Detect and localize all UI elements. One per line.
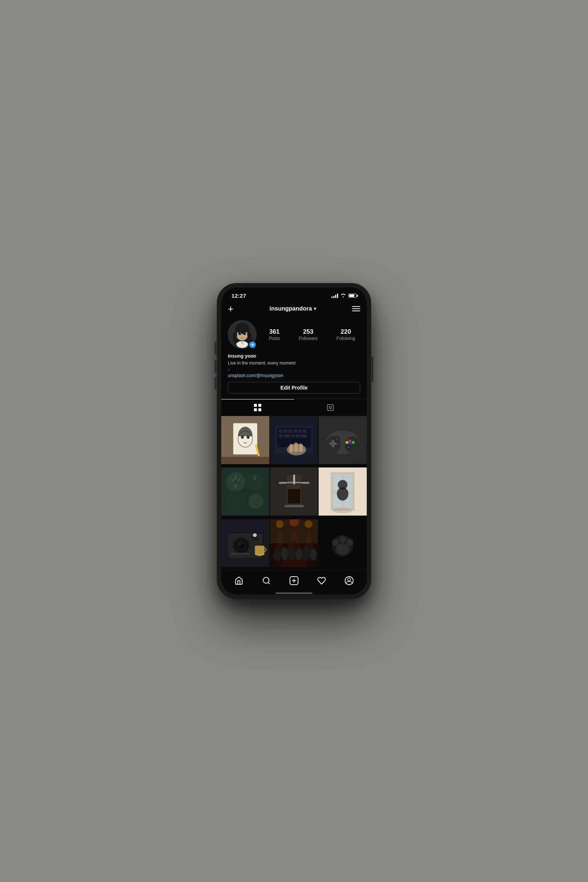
svg-rect-91: [231, 553, 250, 555]
username-text: insungpandora: [269, 305, 312, 312]
grid-icon: [254, 404, 262, 412]
svg-point-47: [348, 440, 351, 442]
grid-photo-6[interactable]: [319, 468, 367, 516]
grid-photo-3[interactable]: [319, 416, 367, 464]
svg-point-80: [333, 508, 352, 513]
svg-point-15: [329, 406, 332, 409]
svg-rect-26: [279, 430, 282, 433]
grid-photo-9[interactable]: [319, 519, 367, 567]
nav-home[interactable]: [231, 574, 246, 587]
svg-point-99: [273, 549, 281, 561]
svg-point-112: [346, 539, 353, 545]
followers-label: Followers: [299, 336, 318, 341]
profile-link[interactable]: unsplash.com/@insungyoon: [228, 373, 360, 378]
tab-tagged[interactable]: [294, 399, 367, 416]
following-label: Following: [337, 336, 356, 341]
heart-icon: [317, 576, 326, 585]
nav-add[interactable]: [286, 574, 302, 587]
status-icons: [332, 293, 357, 298]
grid-photo-7[interactable]: [221, 519, 269, 567]
svg-rect-35: [296, 434, 300, 438]
profile-bio: Live in the moment, every moment: [228, 360, 360, 366]
svg-rect-70: [285, 505, 303, 507]
svg-point-100: [281, 547, 288, 560]
photo-7-image: [221, 519, 269, 567]
svg-rect-29: [293, 430, 297, 433]
home-icon: [234, 576, 243, 585]
svg-point-104: [310, 549, 316, 560]
username-selector[interactable]: insungpandora ▾: [269, 305, 316, 312]
add-post-icon: [289, 576, 299, 585]
menu-icon: [352, 308, 360, 309]
profile-section: + 361 Posts 253 Followers: [221, 316, 367, 399]
svg-rect-27: [284, 430, 287, 433]
svg-rect-40: [299, 443, 303, 452]
svg-line-115: [268, 582, 269, 584]
svg-point-61: [253, 480, 256, 484]
svg-point-54: [347, 446, 350, 449]
svg-rect-34: [291, 434, 295, 438]
nav-activity[interactable]: [314, 574, 329, 587]
phone-device: 12:27: [217, 283, 371, 599]
phone-screen: 12:27: [221, 287, 367, 595]
search-icon: [262, 576, 271, 585]
grid-photo-8[interactable]: [270, 519, 318, 567]
photo-8-image: [270, 519, 318, 567]
photo-6-image: [319, 468, 367, 516]
photo-3-image: [319, 416, 367, 464]
svg-rect-46: [332, 440, 335, 447]
svg-point-53: [336, 438, 339, 441]
svg-rect-31: [303, 430, 306, 433]
profile-top: + 361 Posts 253 Followers: [228, 320, 360, 349]
svg-point-101: [288, 545, 296, 560]
svg-rect-28: [288, 430, 292, 433]
grid-photo-1[interactable]: [221, 416, 269, 464]
wifi-icon: [340, 293, 346, 298]
menu-icon: [352, 310, 360, 311]
grid-photo-4[interactable]: [221, 468, 269, 516]
svg-rect-39: [294, 442, 298, 452]
menu-button[interactable]: [352, 306, 360, 311]
svg-rect-14: [327, 405, 333, 411]
svg-point-6: [238, 332, 241, 335]
svg-point-59: [248, 494, 264, 509]
profile-name: insung yoon: [228, 353, 360, 358]
photo-4-image: [221, 468, 269, 516]
svg-point-9: [245, 333, 246, 333]
svg-rect-67: [293, 475, 295, 484]
svg-rect-21: [221, 457, 269, 464]
svg-rect-69: [302, 482, 309, 484]
svg-rect-32: [279, 434, 282, 438]
followers-stat[interactable]: 253 Followers: [299, 328, 318, 341]
posts-stat[interactable]: 361 Posts: [269, 328, 280, 341]
svg-point-109: [336, 543, 350, 555]
add-icon: +: [251, 342, 254, 347]
svg-rect-11: [258, 404, 261, 407]
chevron-down-icon: ▾: [314, 306, 316, 311]
add-button[interactable]: +: [228, 304, 233, 314]
add-story-button[interactable]: +: [248, 340, 256, 349]
svg-point-110: [332, 539, 339, 545]
svg-rect-68: [279, 482, 286, 484]
svg-point-58: [225, 490, 246, 512]
svg-rect-38: [289, 444, 293, 453]
svg-point-103: [302, 546, 310, 560]
svg-point-114: [263, 578, 269, 583]
photo-grid: [221, 416, 367, 570]
profile-tabs: [221, 399, 367, 416]
svg-point-88: [239, 543, 241, 545]
nav-profile[interactable]: [342, 574, 357, 587]
nav-search[interactable]: [259, 574, 274, 587]
svg-rect-93: [255, 546, 264, 554]
status-time: 12:27: [231, 292, 246, 299]
photo-5-image: [270, 468, 318, 516]
photo-2-image: [270, 416, 318, 464]
signal-icon: [332, 294, 338, 298]
home-indicator: [276, 592, 312, 594]
tab-grid[interactable]: [221, 399, 294, 416]
following-count: 220: [340, 328, 351, 336]
edit-profile-button[interactable]: Edit Profile: [228, 382, 360, 394]
grid-photo-2[interactable]: [270, 416, 318, 464]
following-stat[interactable]: 220 Following: [337, 328, 356, 341]
grid-photo-5[interactable]: [270, 468, 318, 516]
